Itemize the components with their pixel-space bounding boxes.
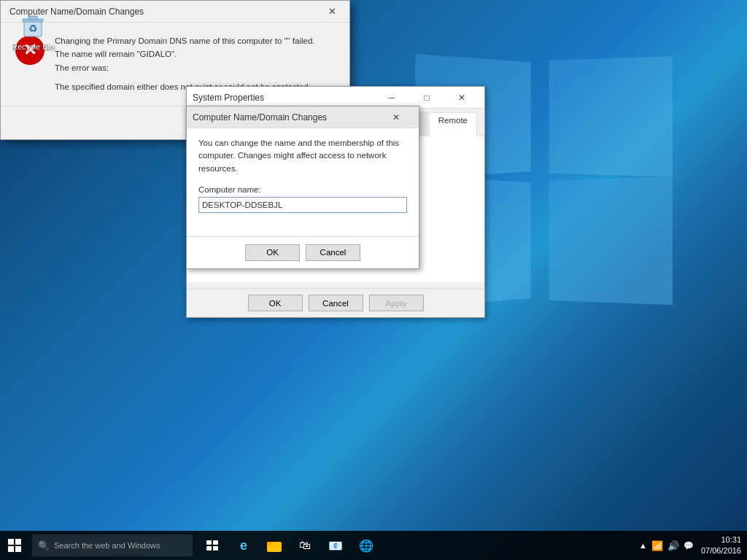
recycle-bin-label: Recycle Bin: [12, 42, 54, 51]
chevron-up-icon[interactable]: ▲: [639, 541, 647, 550]
system-tray: ▲ 📶 🔊 💬 10:31 07/06/2016: [639, 534, 747, 557]
error-line2: The name will remain "GIDALO".: [55, 47, 335, 61]
comp-name-dialog-close[interactable]: ✕: [379, 106, 413, 128]
taskbar-search[interactable]: 🔍 Search the web and Windows: [32, 534, 193, 556]
tab-remote[interactable]: Remote: [429, 112, 477, 136]
comp-name-dialog-buttons: OK Cancel: [187, 236, 419, 268]
system-properties-title: System Properties: [193, 93, 375, 103]
clock-date: 07/06/2016: [701, 545, 741, 556]
comp-name-ok[interactable]: OK: [245, 244, 300, 261]
svg-rect-10: [206, 546, 212, 551]
error-dialog-close[interactable]: ✕: [323, 3, 341, 20]
comp-name-dialog-title: Computer Name/Domain Changes: [193, 112, 379, 122]
clock-time: 10:31: [701, 534, 741, 545]
comp-name-dialog-content: You can change the name and the membersh…: [187, 128, 419, 230]
svg-rect-13: [267, 542, 273, 545]
volume-icon[interactable]: 🔊: [667, 540, 679, 551]
comp-name-dialog-controls: ✕: [379, 106, 413, 128]
svg-text:♻: ♻: [28, 23, 38, 34]
taskbar: 🔍 Search the web and Windows e 🛍 📧 🌐 ▲ 📶…: [0, 531, 747, 560]
desktop: ♻ Recycle Bin System Properties ─ □ ✕ Co…: [0, 0, 747, 560]
store-icon[interactable]: 🛍: [290, 531, 320, 560]
notification-icon[interactable]: 💬: [684, 541, 694, 551]
error-line3: The error was:: [55, 61, 335, 74]
system-properties-close[interactable]: ✕: [445, 87, 479, 109]
mail-icon[interactable]: 📧: [321, 531, 350, 560]
sys-tray-icons: ▲ 📶 🔊 💬: [639, 540, 694, 551]
system-properties-cancel[interactable]: Cancel: [309, 295, 363, 311]
error-line1: Changing the Primary Domain DNS name of …: [55, 34, 335, 47]
error-message: Changing the Primary Domain DNS name of …: [55, 34, 335, 94]
recycle-bin-icon[interactable]: ♻ Recycle Bin: [7, 7, 58, 54]
svg-rect-4: [8, 539, 14, 545]
system-properties-apply[interactable]: Apply: [369, 295, 424, 311]
system-properties-ok[interactable]: OK: [248, 295, 303, 311]
file-explorer-icon[interactable]: [260, 531, 289, 560]
network-icon[interactable]: 🌐: [352, 531, 381, 560]
svg-rect-8: [206, 540, 212, 545]
svg-rect-9: [213, 540, 218, 545]
system-properties-controls: ─ □ ✕: [375, 87, 479, 109]
system-properties-maximize[interactable]: □: [410, 87, 444, 109]
edge-icon[interactable]: e: [229, 531, 258, 560]
start-button[interactable]: [0, 531, 29, 560]
windows-logo-icon: [8, 539, 21, 552]
network-tray-icon[interactable]: 📶: [651, 540, 663, 551]
svg-rect-11: [213, 546, 218, 551]
system-properties-minimize[interactable]: ─: [375, 87, 409, 109]
search-placeholder: Search the web and Windows: [54, 541, 160, 550]
svg-rect-6: [8, 546, 14, 552]
comp-name-cancel[interactable]: Cancel: [306, 244, 360, 261]
taskbar-clock[interactable]: 10:31 07/06/2016: [701, 534, 741, 557]
comp-name-dialog-titlebar[interactable]: Computer Name/Domain Changes ✕: [187, 106, 419, 128]
svg-rect-5: [15, 539, 21, 545]
system-properties-buttons: OK Cancel Apply: [187, 288, 484, 317]
task-view-button[interactable]: [198, 531, 228, 560]
computer-name-label: Computer name:: [198, 185, 407, 194]
svg-rect-2: [28, 16, 37, 20]
taskbar-app-icons: e 🛍 📧 🌐: [198, 531, 381, 560]
comp-name-dialog-text: You can change the name and the membersh…: [198, 137, 407, 175]
search-icon: 🔍: [38, 540, 50, 551]
svg-rect-7: [15, 546, 21, 552]
comp-name-dialog: Computer Name/Domain Changes ✕ You can c…: [186, 106, 419, 269]
recycle-bin-image: ♻: [18, 10, 47, 39]
computer-name-input[interactable]: [198, 197, 407, 213]
